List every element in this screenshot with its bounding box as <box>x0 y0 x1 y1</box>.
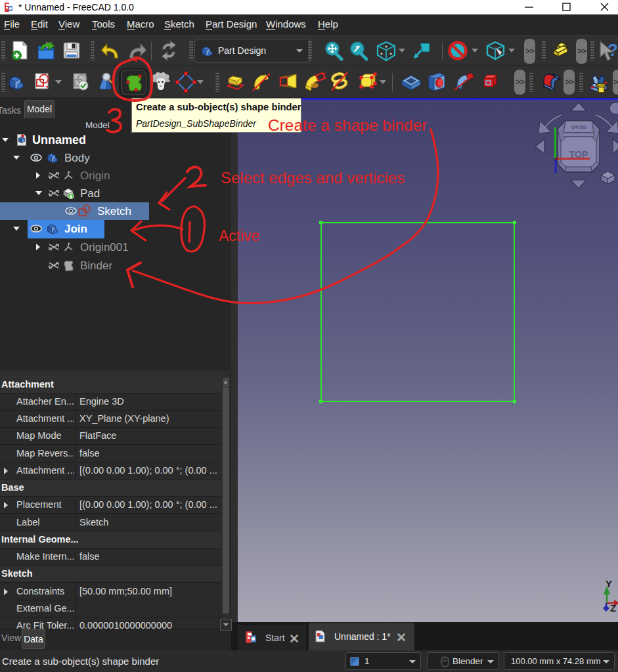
svg-text:Y: Y <box>606 578 612 589</box>
svg-text:REAR: REAR <box>571 124 586 130</box>
svg-text:Z: Z <box>610 602 616 614</box>
